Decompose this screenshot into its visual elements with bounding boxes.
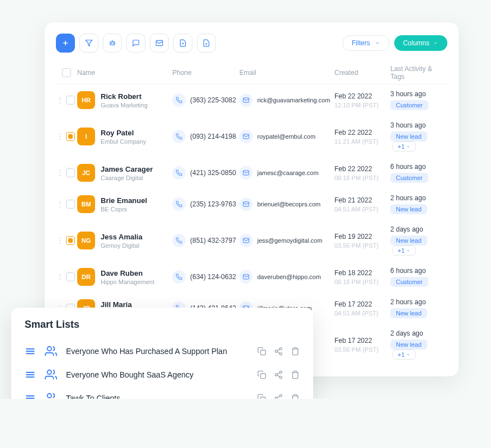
col-created: Created <box>334 69 390 77</box>
people-icon <box>45 369 57 381</box>
phone-icon[interactable] <box>172 234 186 247</box>
menu-icon[interactable] <box>25 369 36 380</box>
filters-dropdown[interactable]: Filters <box>342 35 390 51</box>
select-all-checkbox[interactable] <box>62 68 71 77</box>
tag-more[interactable]: +1 <box>393 142 416 152</box>
drag-handle[interactable]: ⋮ <box>56 168 64 177</box>
phone-text: (363) 225-3082 <box>190 96 236 104</box>
phone-icon[interactable] <box>172 197 186 211</box>
phone-icon[interactable] <box>172 130 186 143</box>
table-row: ⋮ JC James Carager Caarage Digital (421)… <box>56 157 447 188</box>
created-date: Feb 22 2022 <box>334 129 390 136</box>
svg-rect-39 <box>261 397 266 399</box>
drag-handle[interactable]: ⋮ <box>56 236 64 245</box>
copy-icon[interactable] <box>257 347 266 356</box>
svg-point-21 <box>275 350 277 352</box>
trash-icon[interactable] <box>291 370 300 379</box>
tag-badge[interactable]: New lead <box>390 235 427 246</box>
table-row: ⋮ NG Jess Amalia Gemoy Digital (851) 432… <box>56 220 447 261</box>
mail-icon <box>155 39 163 47</box>
drag-handle[interactable]: ⋮ <box>56 272 64 281</box>
drag-handle[interactable]: ⋮ <box>56 200 64 209</box>
import-button[interactable] <box>173 34 192 53</box>
export-button[interactable] <box>197 34 216 53</box>
row-checkbox[interactable] <box>66 168 75 177</box>
drag-handle[interactable]: ⋮ <box>56 132 64 141</box>
menu-icon[interactable] <box>25 346 36 357</box>
contact-company: Gemoy Digital <box>101 242 143 249</box>
menu-icon[interactable] <box>25 393 36 399</box>
tag-badge[interactable]: Customer <box>390 277 428 287</box>
created-time: 08.16 PM (PST) <box>334 279 390 285</box>
table-row: ⋮ HR Rick Robert Guava Marketing (363) 2… <box>56 84 447 116</box>
tag-badge[interactable]: New lead <box>390 204 427 214</box>
phone-text: (235) 123-9763 <box>190 200 236 208</box>
created-time: 12.10 PM (PST) <box>334 102 390 109</box>
share-icon[interactable] <box>274 370 283 379</box>
mail-button[interactable] <box>150 34 169 53</box>
svg-line-23 <box>277 352 280 353</box>
row-checkbox[interactable] <box>66 96 75 105</box>
people-icon <box>45 345 57 357</box>
tag-badge[interactable]: New lead <box>390 308 427 318</box>
tag-more[interactable]: +1 <box>393 350 416 360</box>
chat-button[interactable] <box>126 34 145 53</box>
activity-text: 2 days ago <box>390 225 447 233</box>
row-checkbox[interactable] <box>66 132 75 141</box>
email-icon[interactable] <box>239 234 253 247</box>
avatar: I <box>77 128 95 145</box>
svg-point-40 <box>280 394 282 397</box>
email-icon[interactable] <box>239 93 253 107</box>
activity-text: 6 hours ago <box>390 163 447 171</box>
row-checkbox[interactable] <box>66 200 75 209</box>
drag-handle[interactable]: ⋮ <box>56 96 64 105</box>
row-checkbox[interactable] <box>66 236 75 245</box>
phone-icon[interactable] <box>172 270 186 284</box>
copy-icon[interactable] <box>257 370 266 379</box>
email-icon[interactable] <box>239 270 253 284</box>
created-date: Feb 19 2022 <box>334 233 390 240</box>
copy-icon[interactable] <box>257 394 266 399</box>
phone-text: (851) 432-3797 <box>190 237 236 244</box>
trash-icon[interactable] <box>291 347 300 356</box>
svg-line-44 <box>277 396 280 398</box>
phone-text: (634) 124-0632 <box>190 273 236 281</box>
tag-badge[interactable]: Customer <box>390 173 428 183</box>
share-icon[interactable] <box>274 394 283 399</box>
svg-point-31 <box>275 374 277 376</box>
contact-company: Embul Company <box>101 138 146 145</box>
svg-point-38 <box>48 394 51 398</box>
smart-list-item: Everyone Who Has Purchased A Support Pla… <box>25 339 300 363</box>
email-icon[interactable] <box>239 197 253 211</box>
email-icon[interactable] <box>239 130 253 143</box>
chevron-down-icon <box>375 40 380 46</box>
smart-list-item: Everyone Who Bought SaaS Agency <box>25 363 300 386</box>
file-down-icon <box>202 39 210 47</box>
row-checkbox[interactable] <box>66 272 75 281</box>
share-icon[interactable] <box>274 347 283 356</box>
created-time: 03.56 PM (PST) <box>334 242 390 249</box>
add-button[interactable] <box>56 34 75 53</box>
filter-button[interactable] <box>79 34 98 53</box>
created-time: 04.51 AM (PST) <box>334 206 390 213</box>
table-row: ⋮ DR Dave Ruben Hippo Management (634) 1… <box>56 261 447 293</box>
contact-name: James Carager <box>101 165 153 173</box>
bot-button[interactable] <box>103 34 122 53</box>
tag-badge[interactable]: Customer <box>390 100 428 110</box>
created-date: Feb 18 2022 <box>334 269 390 277</box>
columns-dropdown[interactable]: Columns <box>394 35 447 51</box>
email-icon[interactable] <box>239 166 253 180</box>
trash-icon[interactable] <box>291 394 300 399</box>
tag-badge[interactable]: New lead <box>390 339 427 350</box>
phone-text: (093) 214-4198 <box>190 133 236 140</box>
created-time: 08.16 PM (PST) <box>334 175 390 181</box>
phone-icon[interactable] <box>172 93 186 107</box>
phone-icon[interactable] <box>172 166 186 180</box>
avatar: BM <box>77 195 95 213</box>
funnel-icon <box>85 39 93 47</box>
email-text: rick@guavamarketing.com <box>257 97 330 103</box>
contact-name: Dave Ruben <box>101 269 154 277</box>
chat-icon <box>132 39 140 47</box>
tag-badge[interactable]: New lead <box>390 131 427 142</box>
tag-more[interactable]: +1 <box>393 246 416 256</box>
